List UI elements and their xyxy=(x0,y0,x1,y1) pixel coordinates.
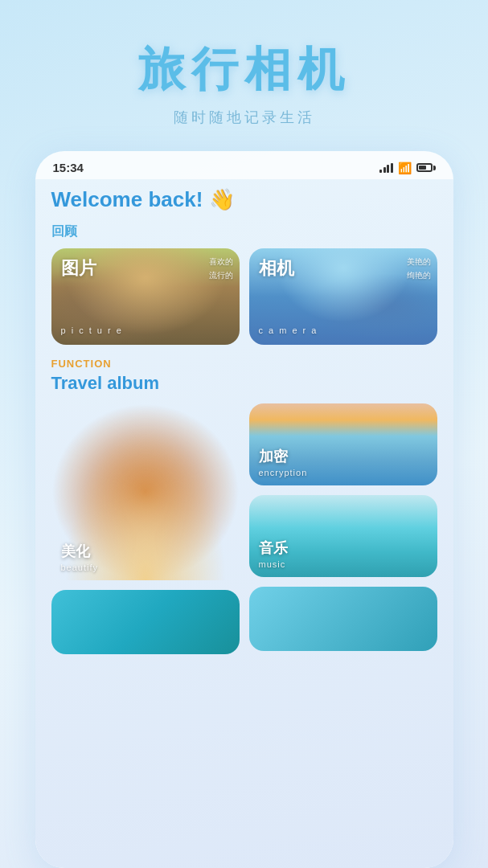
picture-card-bottom: p i c t u r e xyxy=(61,322,230,337)
camera-card-top: 相机 xyxy=(259,256,428,280)
bottom-left-card[interactable] xyxy=(51,590,240,654)
picture-card-main: 图片 xyxy=(61,256,230,280)
album-right-column: 加密 encryption 音乐 music xyxy=(249,403,437,654)
encryption-card-label: 加密 encryption xyxy=(259,447,308,477)
app-title: 旅行相机 xyxy=(16,39,472,101)
travel-album-label: Travel album xyxy=(51,373,437,394)
wifi-icon: 📶 xyxy=(398,162,412,174)
status-bar: 15:34 📶 xyxy=(35,151,453,179)
picture-sub-text: p i c t u r e xyxy=(61,326,123,335)
encryption-main-label: 加密 xyxy=(259,447,308,466)
phone-mockup: 15:34 📶 Welcome back! 👋 回顾 图片 xyxy=(35,151,453,868)
album-left-column: 美化 beautify xyxy=(51,403,240,654)
camera-main-text: 相机 xyxy=(259,258,294,278)
bottom-right-card[interactable] xyxy=(249,587,437,651)
phone-content: Welcome back! 👋 回顾 图片 p i c t u r e 喜欢的 … xyxy=(35,179,453,868)
status-icons: 📶 xyxy=(379,162,436,174)
picture-card[interactable]: 图片 p i c t u r e 喜欢的 流行的 xyxy=(51,248,240,345)
camera-card-bottom: c a m e r a xyxy=(259,322,428,337)
picture-tag-2: 流行的 xyxy=(209,270,233,281)
picture-tag-1: 喜欢的 xyxy=(209,256,233,268)
camera-tag-2: 绚艳的 xyxy=(407,270,431,281)
picture-card-tags: 喜欢的 流行的 xyxy=(209,256,233,281)
music-card[interactable]: 音乐 music xyxy=(249,495,437,577)
app-subtitle: 随时随地记录生活 xyxy=(16,108,472,127)
app-header: 旅行相机 随时随地记录生活 xyxy=(0,0,488,143)
battery-icon xyxy=(416,163,436,172)
review-cards: 图片 p i c t u r e 喜欢的 流行的 相机 xyxy=(51,248,437,345)
beautify-card[interactable]: 美化 beautify xyxy=(51,403,240,580)
picture-main-text: 图片 xyxy=(61,258,96,278)
album-grid: 美化 beautify 加密 encryption 音乐 xyxy=(51,403,437,654)
encryption-sub-label: encryption xyxy=(259,468,308,477)
camera-tag-1: 美艳的 xyxy=(407,256,431,268)
signal-icon xyxy=(379,163,393,173)
music-card-label: 音乐 music xyxy=(259,538,288,569)
encryption-card[interactable]: 加密 encryption xyxy=(249,403,437,485)
camera-card[interactable]: 相机 c a m e r a 美艳的 绚艳的 xyxy=(249,248,437,345)
music-main-label: 音乐 xyxy=(259,538,288,558)
review-label: 回顾 xyxy=(51,223,437,240)
music-sub-label: music xyxy=(259,559,288,569)
beautify-main-label: 美化 xyxy=(61,542,99,561)
welcome-text: Welcome back! 👋 xyxy=(51,187,437,212)
function-label: FUNCTION xyxy=(51,358,437,370)
beautify-card-label: 美化 beautify xyxy=(61,542,99,572)
status-time: 15:34 xyxy=(53,161,84,174)
camera-sub-text: c a m e r a xyxy=(259,326,318,335)
camera-card-tags: 美艳的 绚艳的 xyxy=(407,256,431,281)
beautify-sub-label: beautify xyxy=(61,563,99,572)
